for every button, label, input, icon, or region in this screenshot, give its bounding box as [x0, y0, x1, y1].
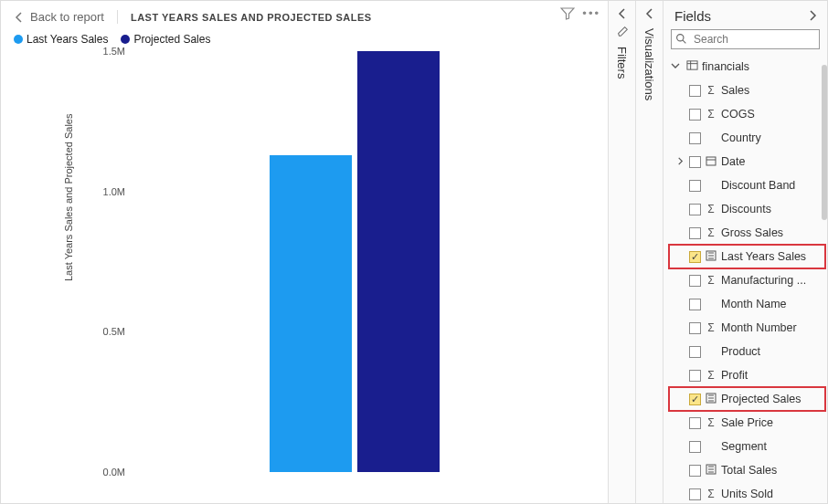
fields-title: Fields — [674, 8, 711, 24]
field-checkbox[interactable] — [689, 465, 701, 477]
measure-icon — [705, 464, 717, 478]
field-item[interactable]: Product — [669, 340, 825, 363]
field-item[interactable]: ✓ Last Years Sales — [669, 245, 825, 268]
bar[interactable] — [357, 51, 440, 472]
chevron-right-icon — [676, 155, 685, 168]
field-label: Manufacturing ... — [721, 274, 806, 287]
chart-title: LAST YEARS SALES AND PROJECTED SALES — [131, 12, 372, 23]
field-label: COGS — [721, 108, 755, 121]
chevron-left-icon — [14, 12, 25, 23]
field-item[interactable]: Σ Sales — [669, 79, 825, 102]
field-item[interactable]: Segment — [669, 435, 825, 458]
y-tick: 1.0M — [89, 186, 125, 197]
legend-item[interactable]: Projected Sales — [121, 33, 210, 46]
sigma-icon: Σ — [705, 321, 717, 334]
y-axis: 0.0M0.5M1.0M1.5M — [89, 51, 125, 472]
field-label: Country — [721, 131, 761, 144]
field-checkbox[interactable] — [689, 275, 701, 287]
field-item[interactable]: Σ COGS — [669, 102, 825, 126]
sigma-icon: Σ — [705, 203, 717, 215]
svg-point-0 — [677, 35, 684, 41]
filters-panel-collapsed[interactable]: Filters — [608, 1, 635, 503]
back-button[interactable]: Back to report — [14, 10, 118, 24]
field-checkbox[interactable] — [689, 180, 701, 192]
bars — [129, 51, 580, 472]
table-icon — [685, 59, 698, 74]
field-item[interactable]: Σ Gross Sales — [669, 221, 825, 245]
fields-tree: financials Σ Sales Σ COGS Country Date — [663, 55, 827, 503]
field-item[interactable]: Country — [669, 126, 825, 150]
svg-rect-2 — [706, 157, 716, 165]
field-group[interactable]: financials — [669, 55, 825, 79]
y-axis-label: Last Years Sales and Projected Sales — [63, 114, 74, 281]
sigma-icon: Σ — [705, 369, 717, 382]
filter-icon[interactable] — [560, 6, 575, 24]
field-item[interactable]: Σ Sale Price — [669, 411, 825, 435]
visualizations-label: Visualizations — [642, 28, 656, 100]
more-icon[interactable]: ••• — [582, 6, 600, 24]
field-item[interactable]: Σ Manufacturing ... — [669, 268, 825, 292]
svg-rect-1 — [686, 61, 696, 69]
field-label: Discount Band — [721, 179, 795, 192]
legend-item[interactable]: Last Years Sales — [14, 33, 108, 46]
field-item[interactable]: Discount Band — [669, 173, 825, 197]
chevron-right-icon[interactable] — [807, 8, 818, 24]
field-label: Last Years Sales — [721, 250, 806, 263]
field-checkbox[interactable]: ✓ — [689, 251, 701, 263]
legend-label: Last Years Sales — [27, 33, 108, 46]
field-checkbox[interactable] — [689, 370, 701, 382]
filters-label: Filters — [615, 47, 629, 79]
field-checkbox[interactable] — [689, 417, 701, 429]
field-label: Gross Sales — [721, 226, 783, 239]
field-checkbox[interactable] — [689, 322, 701, 334]
field-checkbox[interactable] — [689, 299, 701, 310]
field-label: Sale Price — [721, 416, 773, 429]
field-item[interactable]: Σ Month Number — [669, 316, 825, 340]
field-checkbox[interactable]: ✓ — [689, 394, 701, 405]
chevron-down-icon — [671, 60, 682, 73]
group-label: financials — [702, 60, 749, 73]
sigma-icon: Σ — [705, 274, 717, 287]
field-checkbox[interactable] — [689, 346, 701, 358]
field-checkbox[interactable] — [689, 156, 701, 168]
y-tick: 1.5M — [89, 46, 125, 57]
sigma-icon: Σ — [705, 416, 717, 429]
field-item[interactable]: ✓ Projected Sales — [669, 387, 825, 411]
field-label: Segment — [721, 440, 767, 453]
field-item[interactable]: Σ Units Sold — [669, 482, 825, 503]
y-tick: 0.5M — [89, 326, 125, 337]
field-label: Product — [721, 345, 760, 358]
field-checkbox[interactable] — [689, 227, 701, 239]
field-label: Month Number — [721, 321, 797, 334]
visualizations-panel-collapsed[interactable]: Visualizations — [635, 1, 663, 503]
field-item[interactable]: Month Name — [669, 292, 825, 316]
field-checkbox[interactable] — [689, 204, 701, 215]
bar[interactable] — [270, 155, 352, 472]
field-item[interactable]: Σ Profit — [669, 363, 825, 387]
field-item[interactable]: Date — [669, 150, 825, 173]
legend-label: Projected Sales — [133, 33, 210, 46]
field-checkbox[interactable] — [689, 109, 701, 121]
scrollbar[interactable] — [822, 65, 827, 220]
field-label: Units Sold — [721, 488, 773, 500]
fields-pane: Fields financials Σ Sales Σ COGS — [663, 1, 827, 503]
plot-area: Last Years Sales and Projected Sales 0.0… — [56, 51, 589, 494]
field-item[interactable]: Total Sales — [669, 458, 825, 482]
eraser-icon — [616, 25, 629, 37]
field-checkbox[interactable] — [689, 441, 701, 453]
measure-icon — [705, 250, 717, 264]
search-input[interactable] — [671, 29, 820, 49]
field-checkbox[interactable] — [689, 488, 701, 500]
field-label: Profit — [721, 369, 748, 382]
sigma-icon: Σ — [705, 108, 717, 121]
legend-swatch — [14, 35, 23, 44]
measure-icon — [705, 393, 717, 406]
field-label: Total Sales — [721, 464, 777, 477]
calendar-icon — [705, 155, 717, 169]
field-label: Sales — [721, 84, 749, 97]
field-checkbox[interactable] — [689, 132, 701, 144]
field-checkbox[interactable] — [689, 85, 701, 97]
field-label: Date — [721, 155, 745, 168]
field-label: Discounts — [721, 203, 771, 215]
field-item[interactable]: Σ Discounts — [669, 197, 825, 221]
